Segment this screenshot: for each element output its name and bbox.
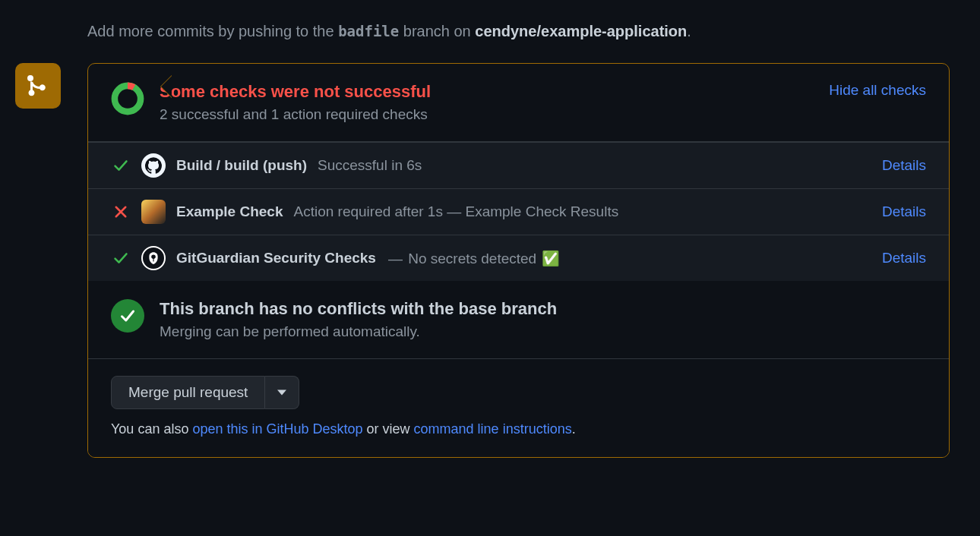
check-fail-icon [111,204,131,219]
push-hint: Add more commits by pushing to the badfi… [87,23,957,40]
check-name: Example Check [176,203,283,220]
merge-status-box: Some checks were not successful 2 succes… [87,63,950,458]
check-row: Example Check Action required after 1s —… [88,188,949,235]
check-meta: Successful in 6s [318,157,870,174]
open-desktop-link[interactable]: open this in GitHub Desktop [192,421,362,437]
checks-summary-section: Some checks were not successful 2 succes… [88,64,949,141]
check-meta: Action required after 1s — Example Check… [293,203,869,220]
check-success-icon [111,158,131,173]
check-success-icon [111,251,131,266]
svg-point-0 [115,86,141,112]
success-badge-icon [111,299,144,333]
checks-list: Build / build (push) Successful in 6s De… [88,141,949,281]
branch-name: badfile [338,23,399,39]
merge-conflict-section: This branch has no conflicts with the ba… [88,281,949,358]
caret-down-icon [277,388,286,397]
status-donut-icon [111,82,144,115]
app-avatar-icon [141,200,166,224]
check-name: Build / build (push) [176,157,307,174]
check-name: GitGuardian Security Checks [176,250,376,266]
checks-summary-title: Some checks were not successful [160,82,817,102]
check-details-link[interactable]: Details [882,157,926,174]
merge-pull-request-button[interactable]: Merge pull request [111,376,265,409]
merge-footer: Merge pull request You can also open thi… [88,358,949,457]
repo-name: cendyne/example-application [475,23,687,39]
check-row: Build / build (push) Successful in 6s De… [88,142,949,188]
check-meta: — No secrets detected ✅ [387,250,870,267]
gitguardian-avatar-icon [141,246,166,270]
github-avatar-icon [141,153,166,178]
timeline-merge-badge [15,63,61,109]
conflict-title: This branch has no conflicts with the ba… [160,299,926,319]
toggle-checks-link[interactable]: Hide all checks [829,82,926,99]
push-hint-suffix: . [687,23,691,39]
check-details-link[interactable]: Details [882,203,926,220]
check-details-link[interactable]: Details [882,250,926,266]
git-merge-icon [26,74,50,98]
push-hint-prefix: Add more commits by pushing to the [87,23,338,39]
check-row: GitGuardian Security Checks — No secrets… [88,235,949,281]
conflict-subtitle: Merging can be performed automatically. [160,323,926,340]
push-hint-mid: branch on [399,23,475,39]
merge-options-dropdown[interactable] [265,376,299,409]
cli-instructions-link[interactable]: command line instructions [414,421,572,437]
merge-footer-hint: You can also open this in GitHub Desktop… [111,421,926,437]
checkmark-emoji-icon: ✅ [542,251,560,266]
checks-summary-subtitle: 2 successful and 1 action required check… [160,106,817,123]
